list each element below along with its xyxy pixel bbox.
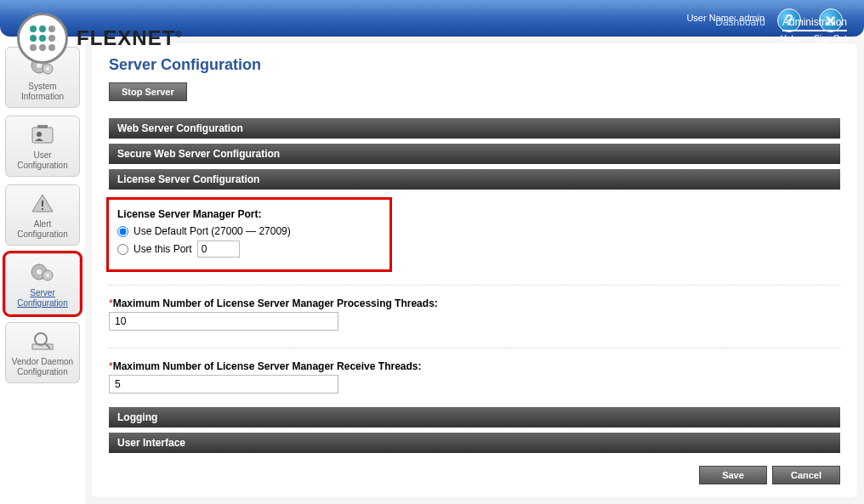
- section-logging[interactable]: Logging: [109, 407, 840, 428]
- tab-dashboard[interactable]: Dashboard: [715, 16, 765, 31]
- sidebar-item-server-configuration[interactable]: Server Configuration: [5, 253, 80, 314]
- main-content: Server Configuration Stop Server Web Ser…: [92, 43, 857, 497]
- magnifier-icon: [8, 328, 77, 354]
- radio-default-port-label: Use Default Port (27000 — 27009): [134, 225, 291, 237]
- receive-threads-input[interactable]: [109, 375, 338, 394]
- section-secure-web-server-config[interactable]: Secure Web Server Configuration: [109, 144, 840, 164]
- tab-administration[interactable]: Administration: [782, 16, 847, 31]
- processing-threads-input[interactable]: [109, 312, 338, 331]
- svg-point-5: [37, 132, 42, 137]
- port-block-title: License Server Manager Port:: [117, 208, 381, 220]
- svg-rect-7: [42, 201, 43, 207]
- logo: FLEXNET®: [17, 13, 183, 64]
- user-badge-icon: [8, 122, 77, 147]
- svg-point-3: [46, 67, 49, 71]
- receive-threads-label: Maximum Number of License Server Manager…: [113, 360, 422, 372]
- section-web-server-config[interactable]: Web Server Configuration: [109, 118, 840, 139]
- processing-threads-label: Maximum Number of License Server Manager…: [113, 297, 438, 309]
- sidebar: System Information User Configuration Al…: [0, 37, 85, 504]
- svg-point-14: [35, 333, 47, 345]
- stop-server-button[interactable]: Stop Server: [109, 82, 187, 101]
- section-user-interface[interactable]: User Interface: [109, 433, 840, 453]
- radio-use-this-port[interactable]: [117, 244, 128, 255]
- svg-point-12: [46, 274, 49, 277]
- svg-rect-8: [42, 208, 43, 210]
- page-title: Server Configuration: [109, 56, 840, 74]
- cancel-button[interactable]: Cancel: [772, 466, 840, 484]
- section-license-server-config[interactable]: License Server Configuration: [109, 169, 840, 190]
- receive-threads-block: *Maximum Number of License Server Manage…: [109, 357, 840, 402]
- sidebar-item-vendor-daemon-configuration[interactable]: Vendor Daemon Configuration: [5, 322, 80, 383]
- brand-text: FLEXNET®: [77, 26, 183, 50]
- svg-rect-6: [37, 125, 48, 128]
- svg-point-10: [37, 269, 42, 275]
- port-input[interactable]: [197, 241, 240, 258]
- port-block: License Server Manager Port: Use Default…: [109, 200, 389, 269]
- alert-icon: [8, 190, 77, 216]
- radio-default-port[interactable]: [117, 226, 128, 237]
- gear-icon: [8, 259, 77, 285]
- header: FLEXNET® User Name: admin ? Help ✕ Sign …: [0, 0, 864, 37]
- processing-threads-block: *Maximum Number of License Server Manage…: [109, 294, 840, 339]
- radio-use-this-port-label: Use this Port: [134, 243, 192, 255]
- sidebar-item-user-configuration[interactable]: User Configuration: [5, 116, 80, 177]
- logo-icon: [17, 13, 68, 64]
- save-button[interactable]: Save: [699, 466, 767, 484]
- sidebar-item-alert-configuration[interactable]: Alert Configuration: [5, 184, 80, 246]
